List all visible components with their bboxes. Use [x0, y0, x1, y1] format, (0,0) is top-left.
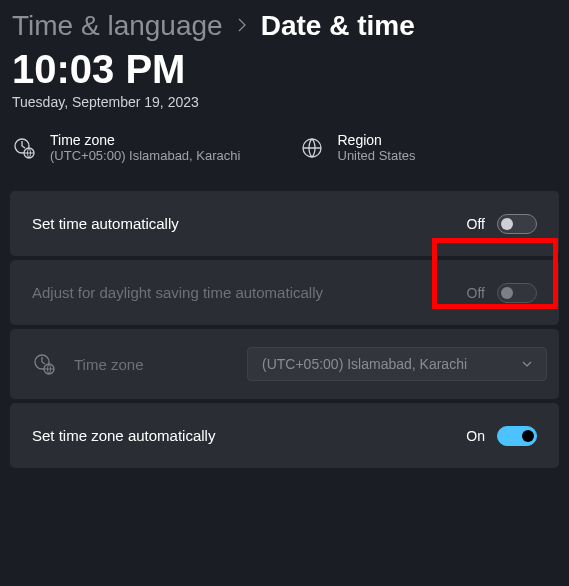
set-time-auto-state: Off [467, 216, 485, 232]
dst-auto-toggle [497, 283, 537, 303]
info-row: Time zone (UTC+05:00) Islamabad, Karachi… [0, 110, 569, 163]
set-tz-auto-toggle[interactable] [497, 426, 537, 446]
dst-auto-state: Off [467, 285, 485, 301]
timezone-dropdown[interactable]: (UTC+05:00) Islamabad, Karachi [247, 347, 547, 381]
region-info-value: United States [338, 148, 416, 163]
settings-list: Set time automatically Off Adjust for da… [0, 163, 569, 468]
timezone-select-label: Time zone [74, 356, 143, 373]
set-time-auto-toggle[interactable] [497, 214, 537, 234]
globe-icon [300, 136, 324, 160]
region-info-label: Region [338, 132, 416, 148]
set-tz-auto-label: Set time zone automatically [32, 427, 215, 444]
region-info: Region United States [300, 132, 558, 163]
breadcrumb: Time & language Date & time [0, 0, 569, 42]
set-time-auto-card[interactable]: Set time automatically Off [10, 191, 559, 256]
chevron-down-icon [522, 358, 532, 370]
chevron-right-icon [237, 16, 247, 37]
breadcrumb-parent[interactable]: Time & language [12, 10, 223, 42]
timezone-info-value: (UTC+05:00) Islamabad, Karachi [50, 148, 240, 163]
timezone-dropdown-value: (UTC+05:00) Islamabad, Karachi [262, 356, 467, 372]
current-date: Tuesday, September 19, 2023 [0, 92, 569, 110]
clock-globe-icon [12, 136, 36, 160]
clock-globe-icon [32, 352, 56, 376]
timezone-card: Time zone (UTC+05:00) Islamabad, Karachi [10, 329, 559, 399]
set-tz-auto-state: On [466, 428, 485, 444]
breadcrumb-current: Date & time [261, 10, 415, 42]
set-time-auto-label: Set time automatically [32, 215, 179, 232]
dst-auto-label: Adjust for daylight saving time automati… [32, 284, 323, 301]
timezone-info-label: Time zone [50, 132, 240, 148]
dst-auto-card: Adjust for daylight saving time automati… [10, 260, 559, 325]
current-time: 10:03 PM [0, 42, 569, 92]
timezone-info: Time zone (UTC+05:00) Islamabad, Karachi [12, 132, 270, 163]
set-tz-auto-card[interactable]: Set time zone automatically On [10, 403, 559, 468]
